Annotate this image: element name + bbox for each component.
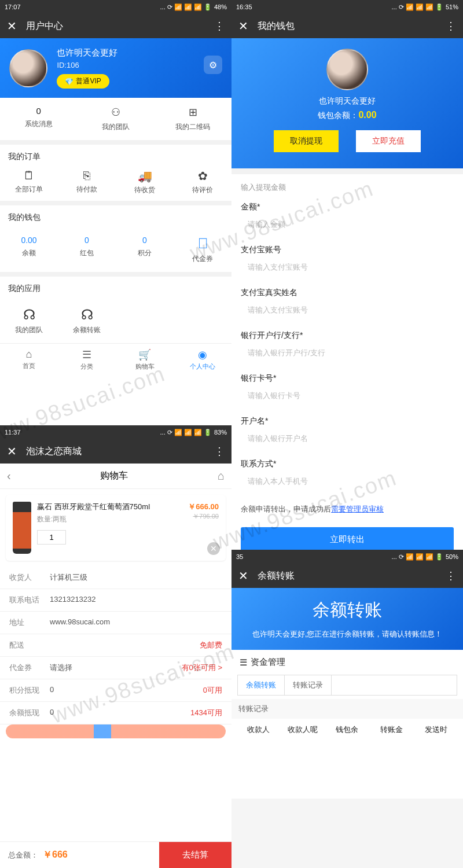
title-bar: ✕ 泡沫之恋商城 ⋮ (0, 439, 232, 464)
user-id: ID:106 (57, 61, 117, 69)
field-label: 支付宝真实姓名 (241, 288, 454, 298)
text-input[interactable]: 请输入支付宝账号 (241, 301, 454, 321)
title-bar: ✕ 余额转账 ⋮ (232, 564, 463, 588)
info-row: 收货人计算机三级 (0, 567, 232, 589)
vip-badge[interactable]: 💎 普通VIP (57, 74, 109, 89)
more-icon[interactable]: ⋮ (446, 569, 456, 582)
stat-qrcode[interactable]: ⊞我的二维码 (155, 98, 232, 140)
status-bar: 16:35 ... ⟳ 📶 📶 📶 🔋 51% (232, 0, 463, 14)
col-header: 收款人呢 (281, 724, 325, 735)
hero-title: 余额转账 (237, 598, 457, 622)
text-input[interactable]: 请输入金额 (241, 216, 454, 236)
apps-header: 我的应用 (0, 272, 232, 301)
back-icon[interactable]: ‹ (7, 469, 11, 483)
tab-item[interactable]: ⌂首页 (0, 344, 58, 376)
avatar[interactable] (326, 49, 368, 90)
text-input[interactable]: 请输入银行开户名 (241, 430, 454, 450)
clock: 35 (236, 553, 243, 560)
form-hint: 输入提现金额 (232, 168, 463, 197)
text-input[interactable]: 请输入银行卡号 (241, 387, 454, 407)
more-icon[interactable]: ⋮ (214, 445, 225, 458)
product-subtitle: 数量:两瓶 (37, 514, 182, 524)
order-icon: 🚚 (116, 169, 174, 183)
hero-subtitle: 也许明天会更好,您正在进行余额转账，请确认转账信息！ (237, 629, 457, 639)
product-name: 赢石 西班牙殿堂干红葡萄酒750ml (37, 502, 182, 512)
more-icon[interactable]: ⋮ (446, 20, 456, 32)
transfer-hero: 余额转账 也许明天会更好,您正在进行余额转账，请确认转账信息！ (232, 588, 463, 650)
tab-icon: ◉ (174, 348, 232, 361)
wallet-item[interactable]: 0积分 (116, 236, 174, 264)
order-item[interactable]: 🚚待收货 (116, 169, 174, 195)
tab-item[interactable]: 🛒购物车 (116, 344, 174, 376)
more-icon[interactable]: ⋮ (214, 20, 225, 32)
remove-button[interactable]: ✕ (207, 542, 220, 555)
tab-item[interactable]: ☰分类 (58, 344, 116, 376)
field-label: 联系方式* (241, 459, 454, 469)
section-header: ☰资金管理 (232, 650, 463, 675)
quantity-input[interactable] (37, 530, 66, 545)
avatar[interactable] (9, 49, 47, 87)
annotation-scribble (6, 724, 226, 738)
list-icon: ☰ (240, 657, 247, 668)
admin-review-link[interactable]: 需要管理员审核 (331, 505, 384, 513)
order-item[interactable]: 🗒全部订单 (0, 169, 58, 195)
home-icon[interactable]: ⌂ (218, 469, 225, 483)
recharge-button[interactable]: 立即充值 (356, 130, 421, 152)
col-header: 收款人 (236, 724, 281, 735)
orders-header: 我的订单 (0, 140, 232, 169)
close-icon[interactable]: ✕ (238, 569, 248, 583)
order-item[interactable]: ✿待评价 (174, 169, 232, 195)
info-row: 联系电话13213213232 (0, 589, 232, 612)
cancel-withdraw-button[interactable]: 取消提现 (274, 130, 339, 152)
wallet-item[interactable]: 0红包 (58, 236, 116, 264)
tab-records[interactable]: 转账记录 (285, 675, 332, 695)
submit-button[interactable]: 立即转出 (241, 527, 454, 550)
text-input[interactable]: 请输入本人手机号 (241, 473, 454, 492)
close-icon[interactable]: ✕ (7, 19, 17, 33)
info-row[interactable]: 积分抵现00可用 (0, 679, 232, 702)
status-bar: 11:37 ... ⟳ 📶 📶 📶 🔋 83% (0, 425, 232, 439)
tab-item[interactable]: ◉个人中心 (174, 344, 232, 376)
order-item[interactable]: ⎘待付款 (58, 169, 116, 195)
title-bar: ✕ 用户中心 ⋮ (0, 14, 232, 38)
field-label: 开户名* (241, 416, 454, 426)
info-row[interactable]: 余额抵现01434可用 (0, 702, 232, 724)
col-header: 钱包余 (325, 724, 370, 735)
stat-messages[interactable]: 0系统消息 (0, 98, 77, 140)
page-title: 余额转账 (258, 570, 446, 582)
balance-row: 钱包余额：0.00 (241, 110, 454, 121)
page-title: 我的钱包 (258, 20, 446, 32)
app-item[interactable]: ☊余额转账 (58, 307, 116, 335)
team-icon: ⚇ (79, 106, 152, 119)
cart-screen: 11:37 ... ⟳ 📶 📶 📶 🔋 83% ✕ 泡沫之恋商城 ⋮ ‹ 购物车… (0, 425, 232, 868)
wallet-screen: 16:35 ... ⟳ 📶 📶 📶 🔋 51% ✕ 我的钱包 ⋮ 也许明天会更好… (232, 0, 463, 550)
app-icon: ☊ (0, 307, 58, 323)
page-title: 泡沫之恋商城 (26, 446, 214, 458)
tab-transfer[interactable]: 余额转账 (238, 675, 285, 695)
info-row[interactable]: 代金券请选择有0张可用 > (0, 657, 232, 679)
text-input[interactable]: 请输入银行开户行/支行 (241, 344, 454, 364)
field-label: 金额* (241, 202, 454, 212)
field-label: 银行开户行/支行* (241, 330, 454, 341)
status-bar: 17:07 ... ⟳ 📶 📶 📶 🔋 48% (0, 0, 232, 14)
wallet-item[interactable]: ⎕代金券 (174, 236, 232, 264)
close-icon[interactable]: ✕ (7, 444, 17, 458)
close-icon[interactable]: ✕ (238, 19, 248, 33)
table-header: 收款人收款人呢钱包余转账金发送时 (232, 719, 463, 741)
field-label: 支付宝账号 (241, 245, 454, 255)
user-name: 也许明天会更好 (57, 47, 117, 58)
wallet-item[interactable]: 0.00余额 (0, 236, 58, 264)
stat-team[interactable]: ⚇我的团队 (77, 98, 154, 140)
info-row[interactable]: 配送免邮费 (0, 634, 232, 657)
app-item[interactable]: ☊我的团队 (0, 307, 58, 335)
text-input[interactable]: 请输入支付宝账号 (241, 259, 454, 278)
page-title: 用户中心 (26, 20, 214, 32)
user-center-screen: 17:07 ... ⟳ 📶 📶 📶 🔋 48% ✕ 用户中心 ⋮ 也许明天会更好… (0, 0, 232, 425)
col-header: 转账金 (369, 724, 414, 735)
checkout-button[interactable]: 去结算 (159, 842, 232, 868)
clock: 16:35 (236, 3, 252, 10)
voucher-icon: ⎕ (174, 236, 232, 251)
col-header: 发送时 (414, 724, 458, 735)
settings-button[interactable]: ⚙ (204, 56, 222, 74)
price-old: ￥796.00 (188, 512, 219, 521)
